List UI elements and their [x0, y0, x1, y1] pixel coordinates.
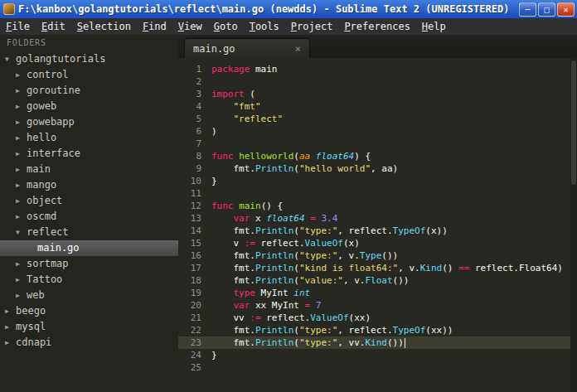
code-line[interactable]: 4 "fmt"	[178, 100, 577, 113]
code-text: }	[211, 349, 217, 361]
code-line[interactable]: 23 fmt.Println("type:", vv.Kind())	[178, 336, 577, 349]
menu-bar: FileEditSelectionFindViewGotoToolsProjec…	[0, 18, 577, 35]
chevron-down-icon[interactable]: ▼	[5, 51, 16, 67]
menu-item-selection[interactable]: Selection	[71, 18, 137, 35]
menu-item-find[interactable]: Find	[137, 18, 172, 35]
folder-item-web[interactable]: ▶web	[0, 288, 178, 303]
tab-main-go[interactable]: main.go ×	[184, 38, 310, 58]
code-line[interactable]: 5 "reflect"	[178, 113, 577, 125]
folder-item-beego[interactable]: ▶beego	[0, 303, 178, 319]
chevron-right-icon[interactable]: ▶	[5, 335, 16, 351]
minimize-button[interactable]: ─	[519, 2, 536, 17]
line-number: 7	[178, 138, 211, 150]
line-number: 25	[178, 361, 211, 374]
code-line[interactable]: 22 fmt.Println("type:", reflect.TypeOf(x…	[178, 324, 577, 336]
folder-item-gowebapp[interactable]: ▶gowebapp	[0, 114, 178, 130]
chevron-right-icon[interactable]: ▶	[16, 114, 27, 130]
code-line[interactable]: 6)	[178, 125, 577, 138]
folder-item-reflect[interactable]: ▼reflect	[0, 225, 178, 240]
chevron-right-icon[interactable]: ▶	[16, 83, 27, 99]
chevron-right-icon[interactable]: ▶	[16, 288, 27, 303]
chevron-right-icon[interactable]: ▶	[16, 256, 27, 272]
code-line[interactable]: 15 v := reflect.ValueOf(x)	[178, 237, 577, 249]
code-line[interactable]: 17 fmt.Println("kind is float64:", v.Kin…	[178, 262, 577, 274]
chevron-right-icon[interactable]: ▶	[16, 193, 27, 209]
menu-item-file[interactable]: File	[0, 18, 36, 35]
menu-item-help[interactable]: Help	[416, 18, 452, 35]
chevron-right-icon[interactable]: ▶	[16, 146, 27, 162]
folder-item-sortmap[interactable]: ▶sortmap	[0, 256, 178, 272]
code-line[interactable]: 13 var x float64 = 3.4	[178, 212, 577, 225]
code-line[interactable]: 20 var xx MyInt = 7	[178, 299, 577, 312]
code-text: vv := reflect.ValueOf(xx)	[211, 312, 371, 324]
tree-item-label: interface	[27, 146, 80, 162]
folder-item-golangtutorials[interactable]: ▼golangtutorials	[0, 51, 178, 67]
line-number: 1	[178, 63, 211, 75]
code-line[interactable]: 2	[178, 75, 577, 88]
folder-item-oscmd[interactable]: ▶oscmd	[0, 209, 178, 225]
line-number: 5	[178, 113, 211, 125]
code-line[interactable]: 7	[178, 138, 577, 150]
line-number: 15	[178, 237, 211, 249]
code-line[interactable]: 19 type MyInt int	[178, 287, 577, 299]
line-number: 10	[178, 175, 211, 187]
sidebar: FOLDERS ▼golangtutorials▶control▶gorouti…	[0, 35, 178, 392]
menu-item-tools[interactable]: Tools	[244, 18, 285, 35]
chevron-right-icon[interactable]: ▶	[16, 209, 27, 225]
folder-item-tattoo[interactable]: ▶Tattoo	[0, 272, 178, 288]
chevron-right-icon[interactable]: ▶	[16, 99, 27, 114]
chevron-right-icon[interactable]: ▶	[16, 162, 27, 177]
code-line[interactable]: 24}	[178, 349, 577, 361]
menu-item-preferences[interactable]: Preferences	[338, 18, 415, 35]
maximize-button[interactable]: □	[538, 2, 555, 17]
code-line[interactable]: 10}	[178, 175, 577, 187]
scrollbar[interactable]	[570, 58, 577, 392]
menu-item-view[interactable]: View	[172, 18, 208, 35]
code-line[interactable]: 3import (	[178, 88, 577, 100]
file-item-main.go[interactable]: main.go	[0, 240, 178, 256]
folder-item-goroutine[interactable]: ▶goroutine	[0, 83, 178, 99]
folder-tree: ▼golangtutorials▶control▶goroutine▶goweb…	[0, 51, 178, 351]
folder-item-interface[interactable]: ▶interface	[0, 146, 178, 162]
close-button[interactable]: ✕	[557, 2, 575, 17]
menu-item-edit[interactable]: Edit	[36, 18, 71, 35]
tree-item-label: goweb	[27, 99, 56, 114]
menu-item-goto[interactable]: Goto	[208, 18, 244, 35]
code-text: )	[211, 125, 217, 138]
chevron-right-icon[interactable]: ▶	[16, 272, 27, 288]
code-line[interactable]: 8func helloworld(aa float64) {	[178, 150, 577, 162]
code-line[interactable]: 12func main() {	[178, 200, 577, 212]
menu-item-project[interactable]: Project	[285, 18, 339, 35]
folder-item-hello[interactable]: ▶hello	[0, 130, 178, 146]
folder-item-goweb[interactable]: ▶goweb	[0, 99, 178, 114]
folder-item-main[interactable]: ▶main	[0, 162, 178, 177]
code-text: var x float64 = 3.4	[211, 212, 337, 225]
chevron-right-icon[interactable]: ▶	[16, 130, 27, 146]
code-line[interactable]: 25	[178, 361, 577, 374]
folder-item-object[interactable]: ▶object	[0, 193, 178, 209]
code-line[interactable]: 21 vv := reflect.ValueOf(xx)	[178, 312, 577, 324]
code-line[interactable]: 9 fmt.Println("hello world", aa)	[178, 162, 577, 175]
folder-item-mysql[interactable]: ▶mysql	[0, 319, 178, 335]
code-line[interactable]: 18 fmt.Println("value:", v.Float())	[178, 274, 577, 287]
folder-item-cdnapi[interactable]: ▶cdnapi	[0, 335, 178, 351]
chevron-right-icon[interactable]: ▶	[16, 177, 27, 193]
code-line[interactable]: 16 fmt.Println("type:", v.Type())	[178, 249, 577, 262]
folder-item-control[interactable]: ▶control	[0, 67, 178, 83]
chevron-right-icon[interactable]: ▶	[5, 319, 16, 335]
line-number: 17	[178, 262, 211, 274]
chevron-down-icon[interactable]: ▼	[16, 225, 27, 240]
code-text: "fmt"	[211, 100, 261, 113]
chevron-right-icon[interactable]: ▶	[5, 303, 16, 319]
folder-item-mango[interactable]: ▶mango	[0, 177, 178, 193]
tab-label: main.go	[193, 43, 235, 55]
code-text: func helloworld(aa float64) {	[211, 150, 371, 162]
code-area[interactable]: 1package main23import (4 "fmt"5 "reflect…	[178, 58, 577, 392]
scrollbar-thumb[interactable]	[571, 60, 576, 185]
line-number: 13	[178, 212, 211, 225]
code-line[interactable]: 1package main	[178, 63, 577, 75]
tab-close-icon[interactable]: ×	[295, 43, 301, 55]
code-line[interactable]: 14 fmt.Println("type:", reflect.TypeOf(x…	[178, 225, 577, 237]
code-line[interactable]: 11	[178, 187, 577, 200]
chevron-right-icon[interactable]: ▶	[16, 67, 27, 83]
